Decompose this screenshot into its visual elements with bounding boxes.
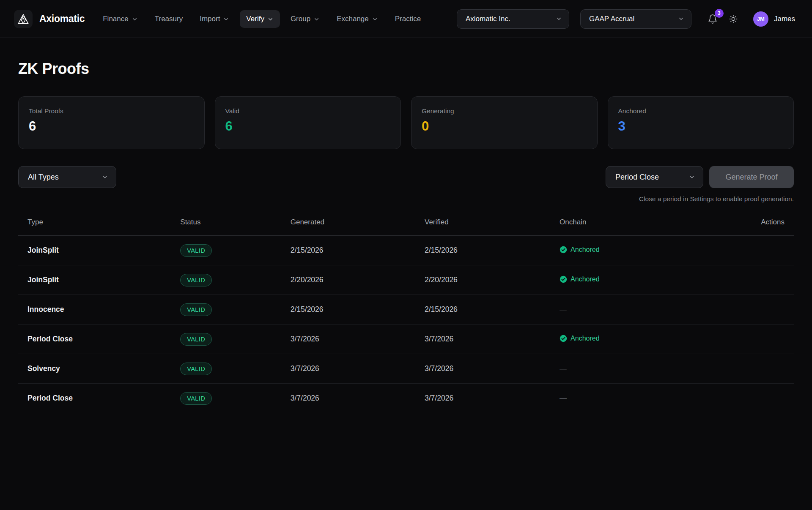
column-header-onchain: Onchain xyxy=(560,218,694,226)
proof-type-cell: Period Close xyxy=(18,335,180,344)
brand: Axiomatic xyxy=(14,10,85,28)
chevron-down-icon xyxy=(313,16,320,22)
chevron-down-icon xyxy=(223,16,229,22)
column-header-status: Status xyxy=(180,218,290,226)
stat-label: Total Proofs xyxy=(29,107,194,115)
status-badge: VALID xyxy=(180,303,212,316)
stat-card-total-proofs: Total Proofs6 xyxy=(18,96,205,149)
onchain-dash: — xyxy=(560,365,567,373)
stat-value: 6 xyxy=(29,119,194,134)
onchain-anchored: Anchored xyxy=(560,275,600,283)
top-nav-bar: Axiomatic FinanceTreasuryImportVerifyGro… xyxy=(0,0,812,38)
verified-cell: 3/7/2026 xyxy=(425,364,560,373)
sun-icon xyxy=(729,14,738,24)
accounting-basis-value: GAAP Accrual xyxy=(589,15,634,23)
stat-card-anchored: Anchored3 xyxy=(608,96,794,149)
nav-item-import[interactable]: Import xyxy=(193,10,236,28)
stat-label: Generating xyxy=(422,107,587,115)
proof-type-cell: Period Close xyxy=(18,394,180,403)
table-row: InnocenceVALID2/15/20262/15/2026— xyxy=(18,295,794,325)
column-header-verified: Verified xyxy=(425,218,560,226)
chevron-down-icon xyxy=(132,16,138,22)
user-menu[interactable]: JM James xyxy=(753,11,795,27)
main-content: ZK Proofs Total Proofs6Valid6Generating0… xyxy=(0,60,812,413)
chevron-down-icon xyxy=(102,174,108,180)
entity-selector-value: Axiomatic Inc. xyxy=(466,15,510,23)
onchain-label: Anchored xyxy=(571,246,600,254)
proof-type-cell: JoinSplit xyxy=(18,275,180,284)
proof-type-cell: Solvency xyxy=(18,364,180,373)
verified-cell: 2/15/2026 xyxy=(425,246,560,255)
proof-type-select[interactable]: Period Close xyxy=(606,166,703,188)
onchain-cell: Anchored xyxy=(560,246,694,255)
nav-item-treasury[interactable]: Treasury xyxy=(148,10,189,28)
nav-item-verify[interactable]: Verify xyxy=(240,10,280,28)
onchain-dash: — xyxy=(560,305,567,314)
status-cell: VALID xyxy=(180,244,290,257)
accounting-basis-selector[interactable]: GAAP Accrual xyxy=(580,9,691,29)
proof-type-cell: JoinSplit xyxy=(18,246,180,255)
verified-cell: 3/7/2026 xyxy=(425,394,560,403)
page-title: ZK Proofs xyxy=(18,60,794,78)
generated-cell: 2/15/2026 xyxy=(291,305,425,314)
stat-value: 0 xyxy=(422,119,587,134)
nav-item-practice[interactable]: Practice xyxy=(389,10,427,28)
nav-item-label: Treasury xyxy=(155,15,183,23)
axiomatic-logo-icon[interactable] xyxy=(14,10,33,28)
nav-item-label: Practice xyxy=(395,15,421,23)
proof-generation-helper-text: Close a period in Settings to enable pro… xyxy=(18,195,794,203)
status-badge: VALID xyxy=(180,274,212,286)
verified-cell: 3/7/2026 xyxy=(425,335,560,344)
status-badge: VALID xyxy=(180,244,212,257)
type-filter-select[interactable]: All Types xyxy=(18,166,116,188)
verified-cell: 2/20/2026 xyxy=(425,275,560,284)
stat-label: Anchored xyxy=(618,107,784,115)
generated-cell: 3/7/2026 xyxy=(291,394,425,403)
nav-item-finance[interactable]: Finance xyxy=(96,10,144,28)
onchain-anchored: Anchored xyxy=(560,335,600,342)
nav-item-label: Verify xyxy=(246,15,264,23)
table-row: JoinSplitVALID2/15/20262/15/2026Anchored xyxy=(18,236,794,265)
theme-toggle-button[interactable] xyxy=(726,12,741,26)
main-nav-menu: FinanceTreasuryImportVerifyGroupExchange… xyxy=(96,10,427,28)
stat-value: 3 xyxy=(618,119,784,134)
status-cell: VALID xyxy=(180,274,290,286)
table-row: JoinSplitVALID2/20/20262/20/2026Anchored xyxy=(18,265,794,295)
anchored-check-icon xyxy=(560,335,567,342)
column-header-actions: Actions xyxy=(694,218,794,226)
onchain-cell: — xyxy=(560,305,694,314)
anchored-check-icon xyxy=(560,246,567,254)
stats-row: Total Proofs6Valid6Generating0Anchored3 xyxy=(18,96,794,149)
onchain-label: Anchored xyxy=(571,335,600,342)
table-row: Period CloseVALID3/7/20263/7/2026Anchore… xyxy=(18,325,794,354)
chevron-down-icon xyxy=(678,16,684,22)
chevron-down-icon xyxy=(556,16,562,22)
nav-item-exchange[interactable]: Exchange xyxy=(330,10,384,28)
chevron-down-icon xyxy=(689,174,695,180)
table-row: SolvencyVALID3/7/20263/7/2026— xyxy=(18,354,794,384)
nav-item-group[interactable]: Group xyxy=(284,10,326,28)
stat-card-generating: Generating0 xyxy=(411,96,598,149)
status-cell: VALID xyxy=(180,392,290,405)
generate-proof-button[interactable]: Generate Proof xyxy=(709,166,794,188)
generated-cell: 3/7/2026 xyxy=(291,364,425,373)
onchain-cell: Anchored xyxy=(560,335,694,344)
onchain-cell: — xyxy=(560,365,694,373)
top-controls: Axiomatic Inc. GAAP Accrual 3 JM James xyxy=(457,9,795,29)
nav-item-label: Finance xyxy=(103,15,128,23)
status-badge: VALID xyxy=(180,333,212,346)
entity-selector[interactable]: Axiomatic Inc. xyxy=(457,9,569,29)
status-badge: VALID xyxy=(180,363,212,375)
stat-label: Valid xyxy=(225,107,391,115)
nav-item-label: Import xyxy=(200,15,220,23)
table-row: Period CloseVALID3/7/20263/7/2026— xyxy=(18,384,794,413)
generated-cell: 3/7/2026 xyxy=(291,335,425,344)
notifications-button[interactable]: 3 xyxy=(705,11,720,27)
user-name: James xyxy=(774,15,795,23)
proof-type-cell: Innocence xyxy=(18,305,180,314)
proof-type-value: Period Close xyxy=(615,173,659,182)
column-header-generated: Generated xyxy=(291,218,425,226)
column-header-type: Type xyxy=(18,218,180,226)
generated-cell: 2/15/2026 xyxy=(291,246,425,255)
verified-cell: 2/15/2026 xyxy=(425,305,560,314)
